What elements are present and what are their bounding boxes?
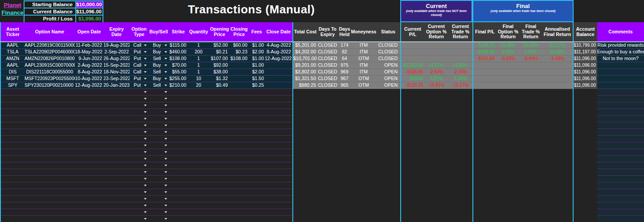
dropdown-arrow-icon[interactable]: [164, 178, 167, 180]
dropdown-arrow-icon[interactable]: [164, 211, 167, 213]
cell-quantity[interactable]: [188, 89, 209, 96]
cell-final-opt[interactable]: [496, 76, 520, 82]
cell-status[interactable]: [376, 202, 400, 209]
cell-account-balance[interactable]: [574, 149, 597, 156]
cell-opening-price[interactable]: [209, 169, 230, 176]
cell-final-trade[interactable]: [520, 62, 542, 69]
cell-strike[interactable]: $255.00: [169, 76, 188, 82]
cell-account-balance[interactable]: [574, 156, 597, 162]
cell-days-to-expiry[interactable]: CLOSED: [317, 69, 338, 76]
cell-final-trade[interactable]: [520, 122, 542, 129]
cell-closing-price[interactable]: [230, 96, 249, 102]
cell-buy-sell[interactable]: [148, 182, 169, 189]
cell-current-opt[interactable]: 13.37%: [424, 62, 448, 69]
cell-quantity[interactable]: [188, 96, 209, 102]
dropdown-arrow-icon[interactable]: [144, 65, 147, 66]
cell-quantity[interactable]: [188, 122, 209, 129]
cell-quantity[interactable]: [188, 109, 209, 116]
cell-annualised[interactable]: [542, 182, 573, 189]
starting-balance-value[interactable]: $10,000.00: [76, 1, 103, 8]
cell-expiry-date[interactable]: [103, 136, 130, 142]
cell-option-name[interactable]: [25, 109, 75, 116]
cell-open-date[interactable]: 9-Jun-2022: [75, 56, 103, 62]
cell-comment[interactable]: Risk provided rewards: [597, 42, 644, 49]
cell-current-pl[interactable]: [401, 196, 424, 202]
cell-moneyness[interactable]: ITM: [351, 49, 376, 56]
cell-fees[interactable]: [249, 142, 265, 149]
cell-moneyness[interactable]: [351, 209, 376, 216]
cell-option-type[interactable]: [130, 129, 148, 136]
cell-status[interactable]: [376, 89, 400, 96]
cell-final-trade[interactable]: -0.94%: [520, 56, 542, 62]
cell-final-trade[interactable]: [520, 162, 542, 169]
cell-final-trade[interactable]: [520, 109, 542, 116]
dropdown-arrow-icon[interactable]: [164, 218, 167, 220]
cell-option-type[interactable]: [130, 182, 148, 189]
cell-open-date[interactable]: [75, 162, 103, 169]
cell-close-date[interactable]: [265, 182, 292, 189]
dropdown-arrow-icon[interactable]: [144, 165, 147, 166]
cell-opening-price[interactable]: [209, 129, 230, 136]
cell-current-opt[interactable]: [424, 149, 448, 156]
cell-buy-sell[interactable]: [148, 196, 169, 202]
cell-closing-price[interactable]: $0.23: [230, 49, 249, 56]
cell-current-pl[interactable]: [401, 102, 424, 109]
cell-option-name[interactable]: [25, 149, 75, 156]
cell-quantity[interactable]: 200: [188, 49, 209, 56]
cell-buy-sell[interactable]: [148, 202, 169, 209]
cell-days-held[interactable]: 969: [338, 69, 351, 76]
cell-final-trade[interactable]: [520, 116, 542, 122]
cell-expiry-date[interactable]: [103, 156, 130, 162]
cell-total-cost[interactable]: [293, 96, 317, 102]
cell-days-to-expiry[interactable]: [317, 196, 338, 202]
cell-status[interactable]: [376, 216, 400, 222]
cell-closing-price[interactable]: [230, 82, 249, 89]
cell-current-pl[interactable]: [401, 142, 424, 149]
cell-strike[interactable]: $210.00: [169, 82, 188, 89]
cell-final-pl[interactable]: [473, 69, 496, 76]
cell-moneyness[interactable]: [351, 176, 376, 182]
cell-quantity[interactable]: [188, 116, 209, 122]
cell-days-to-expiry[interactable]: [317, 136, 338, 142]
cell-final-opt[interactable]: [496, 122, 520, 129]
cell-ticker[interactable]: AMZN: [1, 56, 25, 62]
cell-buy-sell[interactable]: [148, 122, 169, 129]
cell-option-name[interactable]: [25, 156, 75, 162]
cell-comment[interactable]: [597, 156, 644, 162]
cell-expiry-date[interactable]: [103, 202, 130, 209]
cell-status[interactable]: [376, 142, 400, 149]
cell-final-pl[interactable]: $799.00: [473, 42, 496, 49]
cell-current-pl[interactable]: [401, 209, 424, 216]
cell-moneyness[interactable]: [351, 202, 376, 209]
cell-close-date[interactable]: [265, 162, 292, 169]
cell-moneyness[interactable]: [351, 196, 376, 202]
cell-option-type[interactable]: [130, 196, 148, 202]
cell-current-opt[interactable]: [424, 116, 448, 122]
cell-total-cost[interactable]: [293, 129, 317, 136]
cell-close-date[interactable]: [265, 176, 292, 182]
cell-option-type[interactable]: [130, 216, 148, 222]
cell-quantity[interactable]: 1: [188, 56, 209, 62]
cell-annualised[interactable]: [542, 189, 573, 196]
cell-close-date[interactable]: [265, 196, 292, 202]
cell-final-opt[interactable]: [496, 189, 520, 196]
cell-strike[interactable]: $108.00: [169, 56, 188, 62]
dropdown-arrow-icon[interactable]: [164, 145, 167, 146]
cell-status[interactable]: [376, 149, 400, 156]
cell-current-pl[interactable]: [401, 56, 424, 62]
cell-current-opt[interactable]: [424, 122, 448, 129]
cell-quantity[interactable]: [188, 129, 209, 136]
cell-final-opt[interactable]: -0.93%: [496, 56, 520, 62]
cell-ticker[interactable]: AAPL: [1, 62, 25, 69]
cell-strike[interactable]: [169, 122, 188, 129]
cell-days-to-expiry[interactable]: [317, 116, 338, 122]
cell-ticker[interactable]: [1, 102, 25, 109]
cell-fees[interactable]: [249, 116, 265, 122]
cell-current-opt[interactable]: [424, 129, 448, 136]
dropdown-arrow-icon[interactable]: [144, 145, 147, 146]
dropdown-arrow-icon[interactable]: [144, 58, 147, 60]
cell-current-trade[interactable]: [448, 209, 472, 216]
cell-current-trade[interactable]: [448, 216, 472, 222]
cell-opening-price[interactable]: [209, 216, 230, 222]
cell-quantity[interactable]: 1: [188, 62, 209, 69]
